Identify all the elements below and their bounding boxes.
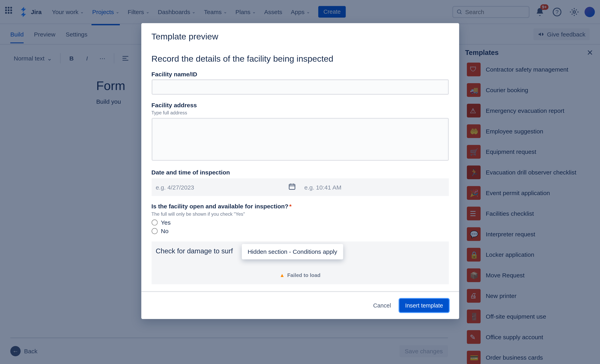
radio-yes-label: Yes <box>161 219 171 226</box>
modal-body: Record the details of the facility being… <box>141 50 459 291</box>
facility-address-input[interactable] <box>151 118 449 161</box>
time-placeholder: e.g. 10:41 AM <box>304 184 341 191</box>
modal-title: Template preview <box>141 23 459 50</box>
facility-open-help: The full will only be shown if you check… <box>151 211 449 217</box>
hidden-section: Check for damage to surf Hidden section … <box>151 241 449 284</box>
date-time-label: Date and time of inspection <box>151 169 449 176</box>
facility-name-input[interactable] <box>151 79 449 95</box>
section-heading: Record the details of the facility being… <box>151 54 449 64</box>
radio-no-label: No <box>161 228 169 235</box>
date-input[interactable]: e.g. 4/27/2023 <box>151 178 300 196</box>
insert-template-button[interactable]: Insert template <box>400 299 449 312</box>
radio-no-row[interactable]: No <box>151 228 449 235</box>
template-preview-modal: Template preview Record the details of t… <box>141 23 459 319</box>
date-time-row: e.g. 4/27/2023 e.g. 10:41 AM <box>151 178 449 196</box>
radio-yes-row[interactable]: Yes <box>151 219 449 226</box>
facility-open-label: Is the facility open and available for i… <box>151 203 449 210</box>
time-input[interactable]: e.g. 10:41 AM <box>300 178 449 196</box>
facility-address-label: Facility address <box>151 102 449 109</box>
modal-overlay[interactable]: Template preview Record the details of t… <box>0 0 600 364</box>
facility-address-help: Type full address <box>151 110 449 115</box>
failed-text: Failed to load <box>287 272 320 278</box>
modal-footer: Cancel Insert template <box>141 291 459 319</box>
calendar-icon <box>288 182 296 191</box>
hidden-section-tooltip: Hidden section - Conditions apply <box>242 244 343 259</box>
svg-rect-5 <box>289 184 295 189</box>
date-placeholder: e.g. 4/27/2023 <box>156 184 194 191</box>
radio-yes[interactable] <box>151 219 157 225</box>
cancel-button[interactable]: Cancel <box>368 299 396 312</box>
radio-no[interactable] <box>151 228 157 234</box>
failed-to-load: ▲ Failed to load <box>156 272 444 278</box>
warning-icon: ▲ <box>280 272 285 278</box>
facility-name-label: Facility name/ID <box>151 71 449 78</box>
